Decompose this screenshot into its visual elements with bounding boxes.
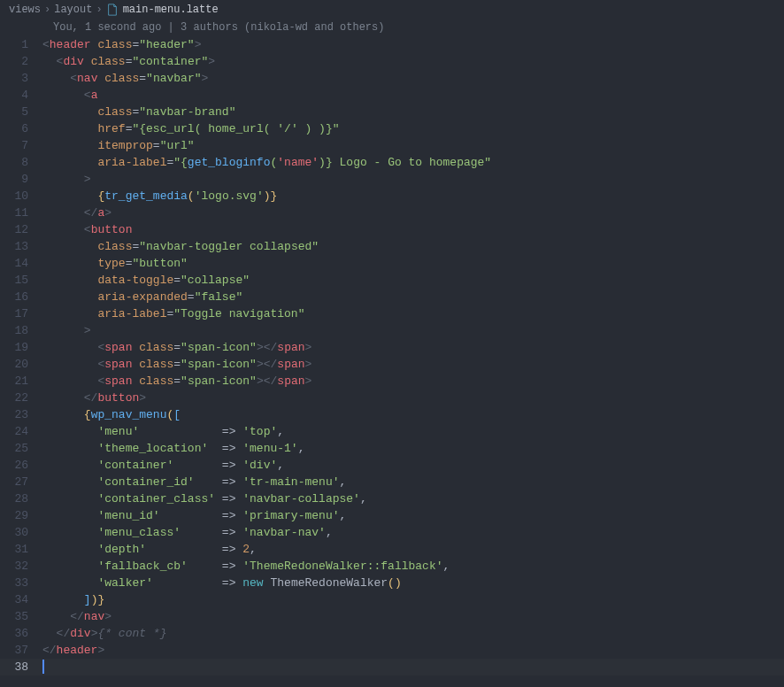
code-text: 'container' => 'div', bbox=[42, 457, 784, 474]
code-line[interactable]: 38 bbox=[0, 659, 784, 675]
code-text: </nav> bbox=[42, 608, 784, 625]
line-number: 16 bbox=[0, 289, 42, 305]
code-line[interactable]: 33 'walker' => new ThemeRedoneWalker() bbox=[0, 575, 784, 591]
line-number: 38 bbox=[0, 659, 42, 675]
code-line[interactable]: 17 aria-label="Toggle navigation" bbox=[0, 305, 784, 322]
line-number: 26 bbox=[0, 457, 42, 474]
code-line[interactable]: 7 itemprop="url" bbox=[0, 137, 784, 154]
code-text: data-toggle="collapse" bbox=[42, 272, 784, 289]
code-text: 'container_id' => 'tr-main-menu', bbox=[42, 474, 784, 490]
line-number: 31 bbox=[0, 541, 42, 558]
code-line[interactable]: 6 href="{esc_url( home_url( '/' ) )}" bbox=[0, 120, 784, 137]
code-line[interactable]: 13 class="navbar-toggler collapsed" bbox=[0, 238, 784, 255]
code-line[interactable]: 3 <nav class="navbar"> bbox=[0, 70, 784, 87]
code-line[interactable]: 11 </a> bbox=[0, 205, 784, 221]
line-number: 34 bbox=[0, 591, 42, 608]
chevron-right-icon: › bbox=[96, 2, 102, 19]
code-line[interactable]: 36 </div>{* cont *} bbox=[0, 625, 784, 642]
chevron-right-icon: › bbox=[44, 2, 50, 19]
line-number: 27 bbox=[0, 474, 42, 490]
code-text: ])} bbox=[42, 591, 784, 608]
code-text: 'walker' => new ThemeRedoneWalker() bbox=[42, 575, 784, 591]
cursor-icon bbox=[42, 660, 44, 674]
line-number: 18 bbox=[0, 322, 42, 339]
code-line[interactable]: 32 'fallback_cb' => 'ThemeRedoneWalker::… bbox=[0, 558, 784, 575]
line-number: 19 bbox=[0, 339, 42, 356]
line-number: 4 bbox=[0, 87, 42, 104]
line-number: 12 bbox=[0, 221, 42, 238]
line-number: 37 bbox=[0, 642, 42, 659]
code-line[interactable]: 20 <span class="span-icon"></span> bbox=[0, 356, 784, 373]
breadcrumb-seg[interactable]: layout bbox=[54, 2, 92, 19]
code-line[interactable]: 27 'container_id' => 'tr-main-menu', bbox=[0, 474, 784, 490]
code-line[interactable]: 21 <span class="span-icon"></span> bbox=[0, 373, 784, 390]
code-text: {wp_nav_menu([ bbox=[42, 406, 784, 423]
code-text: class="navbar-brand" bbox=[42, 104, 784, 120]
line-number: 10 bbox=[0, 188, 42, 205]
line-number: 13 bbox=[0, 238, 42, 255]
code-text: <a bbox=[42, 87, 784, 104]
code-line[interactable]: 1<header class="header"> bbox=[0, 36, 784, 53]
code-line[interactable]: 24 'menu' => 'top', bbox=[0, 423, 784, 440]
line-number: 28 bbox=[0, 490, 42, 507]
code-line[interactable]: 16 aria-expanded="false" bbox=[0, 289, 784, 305]
code-line[interactable]: 26 'container' => 'div', bbox=[0, 457, 784, 474]
breadcrumb-file[interactable]: main-menu.latte bbox=[123, 2, 219, 19]
code-line[interactable]: 19 <span class="span-icon"></span> bbox=[0, 339, 784, 356]
line-number: 1 bbox=[0, 36, 42, 53]
code-line[interactable]: 14 type="button" bbox=[0, 255, 784, 272]
code-text: 'theme_location' => 'menu-1', bbox=[42, 440, 784, 457]
line-number: 29 bbox=[0, 507, 42, 524]
code-text: aria-label="{get_bloginfo('name')} Logo … bbox=[42, 154, 784, 171]
code-text: </header> bbox=[42, 642, 784, 659]
code-line[interactable]: 31 'depth' => 2, bbox=[0, 541, 784, 558]
code-line[interactable]: 35 </nav> bbox=[0, 608, 784, 625]
code-line[interactable]: 22 </button> bbox=[0, 390, 784, 406]
authors-lens[interactable]: You, 1 second ago | 3 authors (nikola-wd… bbox=[0, 19, 784, 36]
code-text: aria-expanded="false" bbox=[42, 289, 784, 305]
code-line[interactable]: 37</header> bbox=[0, 642, 784, 659]
code-line[interactable]: 15 data-toggle="collapse" bbox=[0, 272, 784, 289]
code-text: 'depth' => 2, bbox=[42, 541, 784, 558]
code-text: 'menu_id' => 'primary-menu', bbox=[42, 507, 784, 524]
code-text: type="button" bbox=[42, 255, 784, 272]
code-line[interactable]: 28 'container_class' => 'navbar-collapse… bbox=[0, 490, 784, 507]
line-number: 8 bbox=[0, 154, 42, 171]
code-editor[interactable]: 1<header class="header"> 2 <div class="c… bbox=[0, 36, 784, 675]
code-text: 'fallback_cb' => 'ThemeRedoneWalker::fal… bbox=[42, 558, 784, 575]
code-text: href="{esc_url( home_url( '/' ) )}" bbox=[42, 120, 784, 137]
breadcrumb-seg[interactable]: views bbox=[9, 2, 41, 19]
code-line[interactable]: 34 ])} bbox=[0, 591, 784, 608]
breadcrumb[interactable]: views › layout › main-menu.latte bbox=[0, 0, 784, 19]
code-line[interactable]: 25 'theme_location' => 'menu-1', bbox=[0, 440, 784, 457]
code-text: <button bbox=[42, 221, 784, 238]
code-line[interactable]: 4 <a bbox=[0, 87, 784, 104]
line-number: 21 bbox=[0, 373, 42, 390]
code-line[interactable]: 30 'menu_class' => 'navbar-nav', bbox=[0, 524, 784, 541]
line-number: 17 bbox=[0, 305, 42, 322]
line-number: 35 bbox=[0, 608, 42, 625]
line-number: 2 bbox=[0, 53, 42, 70]
code-line[interactable]: 18 > bbox=[0, 322, 784, 339]
code-line[interactable]: 5 class="navbar-brand" bbox=[0, 104, 784, 120]
code-line[interactable]: 9 > bbox=[0, 171, 784, 188]
code-line[interactable]: 8 aria-label="{get_bloginfo('name')} Log… bbox=[0, 154, 784, 171]
code-text: <span class="span-icon"></span> bbox=[42, 373, 784, 390]
code-text: 'menu_class' => 'navbar-nav', bbox=[42, 524, 784, 541]
code-line[interactable]: 29 'menu_id' => 'primary-menu', bbox=[0, 507, 784, 524]
line-number: 7 bbox=[0, 137, 42, 154]
code-line[interactable]: 10 {tr_get_media('logo.svg')} bbox=[0, 188, 784, 205]
line-number: 11 bbox=[0, 205, 42, 221]
code-text: <nav class="navbar"> bbox=[42, 70, 784, 87]
code-text: {tr_get_media('logo.svg')} bbox=[42, 188, 784, 205]
code-text: > bbox=[42, 171, 784, 188]
code-text: > bbox=[42, 322, 784, 339]
line-number: 33 bbox=[0, 575, 42, 591]
file-icon bbox=[106, 4, 119, 16]
code-text: <span class="span-icon"></span> bbox=[42, 339, 784, 356]
code-line[interactable]: 23 {wp_nav_menu([ bbox=[0, 406, 784, 423]
line-number: 36 bbox=[0, 625, 42, 642]
code-line[interactable]: 2 <div class="container"> bbox=[0, 53, 784, 70]
code-text bbox=[42, 659, 784, 675]
code-line[interactable]: 12 <button bbox=[0, 221, 784, 238]
